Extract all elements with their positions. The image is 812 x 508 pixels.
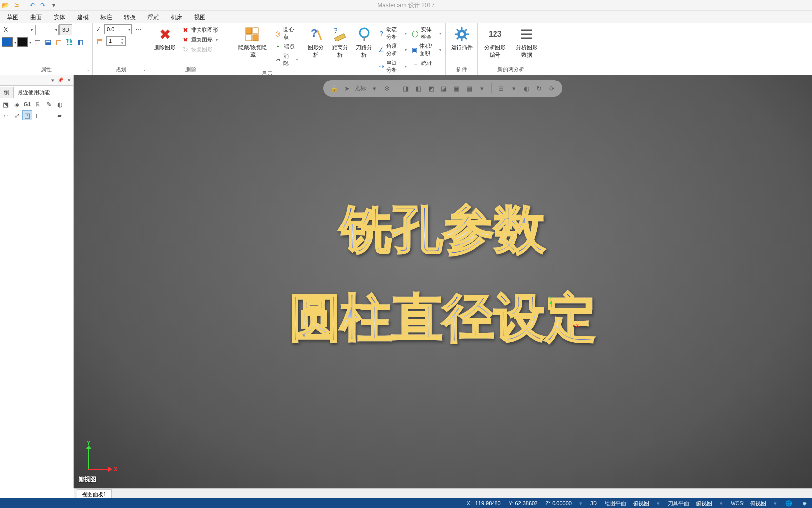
panel-pin-icon[interactable]: 📌 — [57, 77, 64, 83]
stats-button[interactable]: ≡统计 — [410, 59, 443, 67]
vt-cursor-label[interactable]: 光标 — [355, 84, 366, 93]
overlay-line1: 铣孔参数 — [289, 195, 596, 264]
layer-helper-icon[interactable]: ⋯ — [128, 36, 138, 46]
props-icon-4[interactable]: ⿻ — [64, 37, 74, 47]
color-swatch-1[interactable] — [2, 37, 13, 47]
tb-icon-5[interactable]: ◐ — [55, 100, 64, 109]
vt-gear-icon[interactable]: ✻ — [382, 83, 392, 93]
menu-bar: 草图 曲面 实体 建模 标注 转换 浮雕 机床 视图 — [0, 11, 812, 23]
tb-icon-3[interactable]: ⎘ — [33, 100, 43, 109]
hide-restore-button[interactable]: 隐藏/恢复隐藏 — [234, 24, 271, 59]
tb-icon-1[interactable]: ⬔ — [1, 100, 11, 109]
tb-icon-8[interactable]: ◳ — [22, 110, 32, 120]
z-input[interactable]: 0.0 — [104, 24, 132, 34]
qat-redo-icon[interactable]: ↷ — [39, 1, 47, 10]
vt-drop-1[interactable]: ▾ — [369, 83, 379, 93]
props-icon-3[interactable]: ▤ — [54, 37, 63, 47]
tab-surface[interactable]: 曲面 — [24, 11, 48, 23]
tab-model[interactable]: 建模 — [71, 11, 95, 23]
vt-icon-j[interactable]: ⟳ — [547, 83, 556, 93]
side-tab-recent[interactable]: 最近使用功能 — [13, 87, 54, 98]
vt-drop-3[interactable]: ▾ — [509, 83, 518, 93]
tab-machine[interactable]: 机床 — [165, 11, 188, 23]
tb-icon-g1[interactable]: G1 — [22, 100, 32, 109]
tab-solid[interactable]: 实体 — [48, 11, 71, 23]
endpoint-icon: • — [274, 42, 282, 50]
delete-nonassoc-button[interactable]: ✖非关联图形 — [179, 25, 220, 34]
status-wcs[interactable]: WCS: 俯视图 — [731, 500, 766, 507]
vt-icon-g[interactable]: ⊞ — [496, 83, 506, 93]
volume-area-button[interactable]: ▣体积/面积▾ — [410, 42, 443, 58]
props-icon-1[interactable]: ▦ — [32, 37, 42, 47]
tb-icon-11[interactable]: ▰ — [55, 110, 64, 120]
chain-analyze-button[interactable]: ⇢串连分析▾ — [376, 59, 409, 74]
angle-analyze-button[interactable]: ∠角度分析▾ — [376, 42, 409, 58]
vt-cursor-icon[interactable]: ➤ — [342, 83, 352, 93]
hide-grid-icon — [245, 26, 260, 42]
delete-repeat-button[interactable]: ✖重复图形▾ — [179, 35, 220, 44]
linetype-select-2[interactable] — [35, 25, 59, 35]
tab-view[interactable]: 视图 — [188, 11, 212, 23]
tb-icon-9[interactable]: ◻ — [33, 110, 43, 120]
view3d-button[interactable]: 3D — [59, 24, 72, 35]
color-swatch-2[interactable] — [17, 37, 28, 47]
run-addin-button[interactable]: 运行插件 — [448, 24, 475, 51]
vt-icon-d[interactable]: ◪ — [439, 83, 449, 93]
endpoint-button[interactable]: •端点 — [272, 42, 300, 51]
panel-dropdown-icon[interactable]: ▾ — [51, 77, 54, 83]
tab-sketch[interactable]: 草图 — [1, 11, 24, 23]
list-icon — [519, 26, 535, 42]
status-draw-plane[interactable]: 绘图平面: 俯视图 — [605, 500, 649, 507]
center-point-button[interactable]: ◎圆心点 — [272, 25, 300, 41]
numbering-button[interactable]: 123 分析图形编号 — [480, 24, 511, 59]
data-analyze-button[interactable]: 分析图形数据 — [512, 24, 542, 59]
status-mode[interactable]: 3D — [590, 500, 597, 506]
status-globe-icon[interactable]: 🌐 — [785, 499, 792, 507]
qat-new-icon[interactable]: 🗂 — [12, 1, 20, 10]
vt-icon-e[interactable]: ▣ — [452, 83, 461, 93]
linetype-select-1[interactable] — [11, 25, 34, 35]
tb-icon-7[interactable]: ⤢ — [12, 110, 21, 120]
vt-icon-a[interactable]: ◨ — [401, 83, 411, 93]
distance-analyze-button[interactable]: ? 距离分析 — [328, 24, 351, 59]
z-helper-icon[interactable]: ⋯ — [134, 24, 143, 34]
vt-icon-c[interactable]: ◩ — [426, 83, 436, 93]
vt-icon-h[interactable]: ◐ — [521, 83, 531, 93]
panel-close-icon[interactable]: ✕ — [67, 77, 71, 83]
shape-analyze-button[interactable]: ? 图形分析 — [304, 24, 327, 59]
status-more-icon[interactable]: ⊕ — [800, 499, 808, 507]
viewport[interactable]: 🔒 ➤ 光标 ▾ ✻ ◨ ◧ ◩ ◪ ▣ ▤ ▾ ⊞ ▾ ◐ ↻ ⟳ 铣孔参数 … — [74, 75, 812, 488]
status-tool-plane[interactable]: 刀具平面: 俯视图 — [668, 500, 712, 507]
tb-icon-6[interactable]: ↔ — [1, 110, 11, 120]
layer-input[interactable]: 1▴▾ — [106, 36, 126, 46]
delete-entities-button[interactable]: ✖ 删除图形 — [151, 24, 178, 51]
recover-button: ↻恢复图形 — [179, 45, 220, 54]
props-icon-5[interactable]: ◧ — [75, 37, 85, 47]
side-tab-1[interactable]: 刨 — [0, 87, 14, 98]
layer-icon[interactable]: ▤ — [95, 36, 104, 46]
clear-button[interactable]: ▱消隐▾ — [272, 52, 300, 67]
dynamic-analyze-button[interactable]: ?动态分析▾ — [376, 25, 409, 41]
vt-icon-b[interactable]: ◧ — [414, 83, 423, 93]
qat-open-icon[interactable]: 📂 — [1, 1, 10, 10]
status-x-label: X: — [467, 500, 472, 506]
qat-more-icon[interactable]: ▾ — [49, 1, 58, 10]
tab-annotation[interactable]: 标注 — [95, 11, 118, 23]
vt-icon-i[interactable]: ↻ — [534, 83, 544, 93]
tb-icon-2[interactable]: ◈ — [12, 100, 21, 109]
tb-icon-4[interactable]: ✎ — [44, 100, 54, 109]
tb-icon-10[interactable]: ＿ — [44, 110, 54, 120]
qat-undo-icon[interactable]: ↶ — [28, 1, 37, 10]
svg-rect-6 — [335, 34, 346, 41]
vt-icon-f[interactable]: ▤ — [464, 83, 474, 93]
vt-drop-2[interactable]: ▾ — [477, 83, 487, 93]
side-panel-tabs: 刨 最近使用功能 — [0, 86, 73, 98]
tab-relief[interactable]: 浮雕 — [141, 11, 165, 23]
vt-lock-icon[interactable]: 🔒 — [329, 83, 339, 93]
recover-icon: ↻ — [181, 45, 189, 53]
props-icon-2[interactable]: ⬓ — [43, 37, 53, 47]
tab-transform[interactable]: 转换 — [118, 11, 141, 23]
toolpath-analyze-button[interactable]: 刀路分析 — [353, 24, 376, 59]
solid-check-button[interactable]: ◯实体检查▾ — [410, 25, 443, 41]
z-label: Z — [95, 26, 102, 33]
